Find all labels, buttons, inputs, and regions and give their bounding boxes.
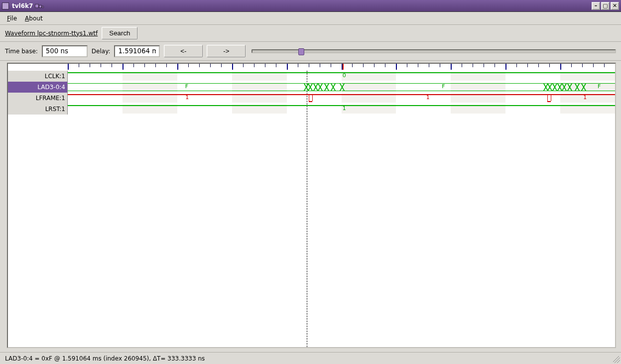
signal-waveform[interactable]: 111 [68, 93, 615, 104]
waveform-area: LCLK:10LAD3-0:4FFFLFRAME:1111LRST:11 [0, 61, 621, 352]
bus-value: F [598, 83, 601, 90]
signal-waveform[interactable]: 0 [68, 71, 615, 82]
signal-label[interactable]: LAD3-0:4 [8, 82, 68, 93]
app-icon [2, 2, 9, 9]
timebase-input[interactable] [42, 45, 88, 57]
waveform-file-link[interactable]: Waveform lpc-stnorm-ttys1.wtf [5, 30, 98, 37]
prev-button[interactable]: <- [164, 45, 203, 57]
signal-row[interactable]: LCLK:10 [8, 71, 615, 82]
signal-value: 1 [583, 94, 587, 101]
window-title: tvl6k7 [12, 2, 33, 9]
slider-thumb[interactable] [298, 48, 304, 55]
signal-row[interactable]: LAD3-0:4FFF [8, 82, 615, 93]
signal-row[interactable]: LRST:11 [8, 104, 615, 115]
close-button[interactable]: ✕ [611, 2, 619, 10]
signal-value: 0 [343, 72, 346, 79]
status-bar: LAD3-0:4 = 0xF @ 1.591064 ms (index 2609… [0, 352, 621, 364]
search-button[interactable]: Search [102, 27, 137, 39]
center-marker [343, 64, 344, 70]
menu-bar: File About [0, 12, 621, 25]
signal-row[interactable]: LFRAME:1111 [8, 93, 615, 104]
title-decoration [35, 4, 44, 8]
next-button[interactable]: -> [207, 45, 246, 57]
signal-waveform[interactable]: 1 [68, 104, 615, 115]
time-slider[interactable] [251, 49, 616, 53]
delay-label: Delay: [92, 48, 111, 55]
waveform-canvas[interactable]: LCLK:10LAD3-0:4FFFLFRAME:1111LRST:11 [7, 63, 616, 348]
time-ruler [8, 64, 615, 71]
toolbar-controls: Time base: Delay: <- -> [0, 42, 621, 61]
bus-value: F [185, 83, 188, 90]
menu-about[interactable]: About [21, 13, 47, 24]
maximize-button[interactable]: ▢ [601, 2, 610, 10]
signal-label[interactable]: LCLK:1 [8, 71, 68, 82]
signal-value: 1 [426, 94, 430, 101]
toolbar-file: Waveform lpc-stnorm-ttys1.wtf Search [0, 25, 621, 42]
signal-value: 1 [343, 105, 346, 112]
timebase-label: Time base: [5, 48, 38, 55]
bus-value: F [442, 83, 445, 90]
signal-label[interactable]: LRST:1 [8, 104, 68, 115]
signal-waveform[interactable]: FFF [68, 82, 615, 93]
minimize-button[interactable]: – [592, 2, 600, 10]
signal-label[interactable]: LFRAME:1 [8, 93, 68, 104]
status-text: LAD3-0:4 = 0xF @ 1.591064 ms (index 2609… [5, 355, 205, 362]
menu-file[interactable]: File [3, 13, 21, 24]
title-bar: tvl6k7 – ▢ ✕ [0, 0, 621, 12]
resize-grip-icon[interactable] [613, 356, 620, 363]
delay-input[interactable] [114, 45, 160, 57]
signal-value: 1 [185, 94, 189, 101]
